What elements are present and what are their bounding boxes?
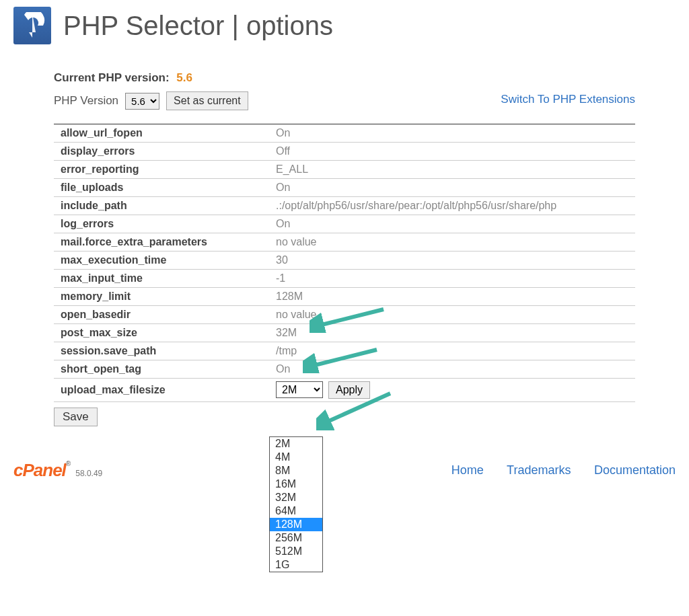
option-key: allow_url_fopen bbox=[54, 124, 269, 143]
php-version-select[interactable]: 5.6 bbox=[125, 93, 159, 110]
table-row: error_reportingE_ALL bbox=[54, 161, 635, 179]
option-key: log_errors bbox=[54, 215, 269, 233]
php-version-label: PHP Version bbox=[54, 94, 118, 108]
option-value[interactable]: E_ALL bbox=[269, 161, 635, 179]
option-key: upload_max_filesize bbox=[54, 379, 269, 402]
footer-link-docs[interactable]: Documentation bbox=[594, 463, 676, 477]
options-table: allow_url_fopenOndisplay_errorsOfferror_… bbox=[54, 124, 635, 402]
footer-link-trademarks[interactable]: Trademarks bbox=[507, 463, 571, 477]
option-key: include_path bbox=[54, 197, 269, 215]
table-row: mail.force_extra_parametersno value bbox=[54, 233, 635, 252]
option-value[interactable]: Off bbox=[269, 143, 635, 161]
footer-link-home[interactable]: Home bbox=[451, 463, 484, 477]
option-value[interactable]: no value bbox=[269, 306, 635, 324]
option-key: display_errors bbox=[54, 143, 269, 161]
option-value[interactable]: no value bbox=[269, 233, 635, 252]
table-row: max_input_time-1 bbox=[54, 270, 635, 288]
upload-filesize-dropdown-list[interactable]: 2M4M8M16M32M64M128M256M512M1G bbox=[269, 436, 323, 494]
option-key: error_reporting bbox=[54, 161, 269, 179]
option-key: memory_limit bbox=[54, 288, 269, 306]
dropdown-option[interactable]: 2M bbox=[270, 437, 322, 451]
table-row: display_errorsOff bbox=[54, 143, 635, 161]
option-key: file_uploads bbox=[54, 179, 269, 197]
option-key: session.save_path bbox=[54, 342, 269, 360]
option-key: max_input_time bbox=[54, 270, 269, 288]
option-value[interactable]: -1 bbox=[269, 270, 635, 288]
table-row: file_uploadsOn bbox=[54, 179, 635, 197]
dropdown-option[interactable]: 32M bbox=[270, 491, 322, 494]
table-row: session.save_path/tmp bbox=[54, 342, 635, 360]
option-key: open_basedir bbox=[54, 306, 269, 324]
table-row: log_errorsOn bbox=[54, 215, 635, 233]
option-value[interactable]: On bbox=[269, 215, 635, 233]
option-value[interactable]: 30 bbox=[269, 252, 635, 270]
current-version-value: 5.6 bbox=[176, 71, 192, 84]
cpanel-logo: cPanel® bbox=[13, 460, 70, 481]
table-row: include_path.:/opt/alt/php56/usr/share/p… bbox=[54, 197, 635, 215]
table-row: open_basedirno value bbox=[54, 306, 635, 324]
table-row: post_max_size32M bbox=[54, 324, 635, 342]
php-selector-icon bbox=[13, 7, 51, 44]
option-value[interactable]: On bbox=[269, 179, 635, 197]
page-title: PHP Selector | options bbox=[63, 11, 333, 41]
table-row: short_open_tagOn bbox=[54, 360, 635, 379]
table-row: max_execution_time30 bbox=[54, 252, 635, 270]
option-key: short_open_tag bbox=[54, 360, 269, 379]
option-value[interactable]: .:/opt/alt/php56/usr/share/pear:/opt/alt… bbox=[269, 197, 635, 215]
current-version-label: Current PHP version: bbox=[54, 71, 170, 84]
option-value[interactable]: 128M bbox=[269, 288, 635, 306]
option-value-editing: 2MApply bbox=[269, 379, 635, 402]
option-value[interactable]: On bbox=[269, 124, 635, 143]
option-key: post_max_size bbox=[54, 324, 269, 342]
cpanel-version: 58.0.49 bbox=[75, 469, 102, 478]
save-button[interactable]: Save bbox=[54, 408, 98, 426]
upload-filesize-select[interactable]: 2M bbox=[276, 381, 323, 398]
table-row: upload_max_filesize2MApply bbox=[54, 379, 635, 402]
table-row: allow_url_fopenOn bbox=[54, 124, 635, 143]
set-as-current-button[interactable]: Set as current bbox=[166, 91, 248, 110]
switch-extensions-link[interactable]: Switch To PHP Extensions bbox=[501, 93, 635, 106]
apply-button[interactable]: Apply bbox=[328, 381, 370, 399]
option-value[interactable]: /tmp bbox=[269, 342, 635, 360]
option-value[interactable]: On bbox=[269, 360, 635, 379]
option-key: max_execution_time bbox=[54, 252, 269, 270]
option-value[interactable]: 32M bbox=[269, 324, 635, 342]
option-key: mail.force_extra_parameters bbox=[54, 233, 269, 252]
dropdown-option[interactable]: 4M bbox=[270, 451, 322, 464]
dropdown-option[interactable]: 8M bbox=[270, 464, 322, 477]
dropdown-option[interactable]: 16M bbox=[270, 477, 322, 491]
table-row: memory_limit128M bbox=[54, 288, 635, 306]
